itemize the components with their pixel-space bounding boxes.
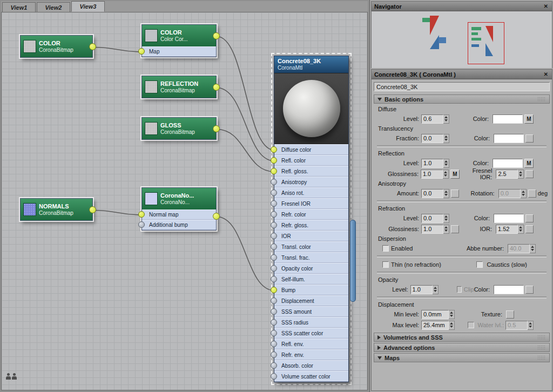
rollout-volumetrics-and-sss[interactable]: Volumetrics and SSS <box>374 333 550 342</box>
reflection-color-swatch[interactable] <box>493 159 523 168</box>
spinner-arrows-icon[interactable] <box>521 189 527 198</box>
refraction-ior-spinner[interactable]: 1.52 <box>496 225 524 234</box>
material-slot-row[interactable]: SSS radius <box>274 317 348 328</box>
navigator-viewport[interactable] <box>372 11 552 68</box>
spinner-value[interactable]: 1.0 <box>421 225 443 234</box>
node-gloss-bitmap[interactable]: GLOSS CoronaBitmap <box>141 117 217 140</box>
slot-input-dot[interactable] <box>271 373 277 380</box>
displacement-max-spinner[interactable]: 25.4mm <box>421 321 455 330</box>
displacement-texture-button[interactable] <box>506 310 514 319</box>
slot-input-dot[interactable] <box>271 254 277 261</box>
aniso-rotation-spinner[interactable]: 0.0 <box>498 189 527 198</box>
material-slot-row[interactable]: IOR <box>274 231 348 241</box>
material-slot-row[interactable]: SSS amount <box>274 306 348 317</box>
opacity-texture-button[interactable] <box>525 286 534 294</box>
spinner-value[interactable]: 0.0mm <box>421 310 449 319</box>
node-slot-row[interactable]: Additional bump <box>142 220 216 230</box>
node-header[interactable]: Concrete08_3K CoronaMtl <box>274 56 348 73</box>
rollout-maps[interactable]: Maps <box>374 353 550 362</box>
slot-input-dot[interactable] <box>271 244 277 250</box>
slot-input-dot[interactable] <box>271 287 277 293</box>
aniso-texture-button[interactable] <box>451 190 459 198</box>
refraction-texture-button[interactable] <box>525 214 534 222</box>
params-titlebar[interactable]: Concrete08_3K ( CoronaMtl ) ✕ <box>372 70 552 79</box>
material-slot-row[interactable]: Aniso rot. <box>274 187 348 198</box>
refraction-level-spinner[interactable]: 0.0 <box>421 214 449 223</box>
spinner-arrows-icon[interactable] <box>433 285 439 294</box>
abbe-number-spinner[interactable]: 40.0 <box>508 244 536 253</box>
spinner-value[interactable]: 2.5 <box>496 170 518 179</box>
spinner-arrows-icon[interactable] <box>449 321 455 330</box>
slot-input-dot[interactable] <box>271 265 277 272</box>
opacity-level-spinner[interactable]: 1.0 <box>410 285 439 294</box>
slot-input-dot[interactable] <box>271 146 277 153</box>
slot-input-dot[interactable] <box>271 222 277 228</box>
spinner-value[interactable]: 1.0 <box>410 285 433 294</box>
node-slot-row[interactable]: Map <box>142 46 216 57</box>
spinner-value[interactable]: 0.0 <box>421 134 443 143</box>
spinner-value[interactable]: 40.0 <box>508 244 530 253</box>
glossiness-map-button[interactable]: M <box>450 170 460 179</box>
translucency-color-swatch[interactable] <box>494 134 524 143</box>
node-output-dot[interactable] <box>89 206 96 213</box>
tab-view2[interactable]: View2 <box>37 2 70 12</box>
spinner-arrows-icon[interactable] <box>443 114 449 124</box>
spinner-arrows-icon[interactable] <box>530 244 536 253</box>
slot-input-dot[interactable] <box>271 200 277 207</box>
slot-input-dot[interactable] <box>138 211 145 218</box>
node-header[interactable]: CoronaNo... CoronaNo... <box>142 188 216 209</box>
slot-input-dot[interactable] <box>138 221 145 228</box>
material-slot-row[interactable]: Transl. frac. <box>274 252 348 263</box>
refraction-color-swatch[interactable] <box>494 214 524 223</box>
node-output-dot[interactable] <box>213 84 220 91</box>
displacement-min-spinner[interactable]: 0.0mm <box>421 310 455 319</box>
reflection-level-spinner[interactable]: 1.0 <box>421 159 449 168</box>
close-icon[interactable]: ✕ <box>543 3 549 9</box>
spinner-arrows-icon[interactable] <box>443 170 449 179</box>
node-slot-row[interactable]: Normal map <box>142 209 216 220</box>
slot-input-dot[interactable] <box>271 330 277 336</box>
slot-input-dot[interactable] <box>271 352 277 358</box>
material-slot-row[interactable]: Refr. color <box>274 209 348 220</box>
refr-gloss-texture-button[interactable] <box>451 225 459 233</box>
ior-texture-button[interactable] <box>525 225 534 233</box>
material-slot-row[interactable]: Displacement <box>274 295 348 306</box>
spinner-value[interactable]: 0.6 <box>421 114 443 124</box>
material-slot-row[interactable]: Transl. color <box>274 241 348 252</box>
material-slot-row[interactable]: Anisotropy <box>274 177 348 187</box>
slot-input-dot[interactable] <box>271 157 277 164</box>
spinner-arrows-icon[interactable] <box>443 159 449 168</box>
material-slot-row[interactable]: SSS scatter color <box>274 328 348 339</box>
spinner-value[interactable]: 1.0 <box>421 170 443 179</box>
node-color-bitmap[interactable]: COLOR CoronaBitmap <box>20 35 93 58</box>
material-slot-row[interactable]: Absorb. color <box>274 360 348 371</box>
spinner-arrows-icon[interactable] <box>443 189 449 198</box>
node-scrollbar[interactable] <box>350 220 356 302</box>
material-slot-row[interactable]: Refr. gloss. <box>274 220 348 231</box>
opacity-color-swatch[interactable] <box>494 285 524 294</box>
dispersion-enabled-checkbox[interactable] <box>382 245 389 252</box>
reflection-map-button[interactable]: M <box>524 159 534 168</box>
spinner-value[interactable]: 1.52 <box>496 225 518 234</box>
node-reflection-bitmap[interactable]: REFLECTION CoronaBitmap <box>141 76 217 98</box>
node-corona-normal[interactable]: CoronaNo... CoronaNo... Normal map Addit… <box>141 187 217 231</box>
spinner-arrows-icon[interactable] <box>449 310 455 319</box>
slot-input-dot[interactable] <box>271 179 277 185</box>
node-header[interactable]: COLOR CoronaBitmap <box>21 36 92 57</box>
diffuse-level-spinner[interactable]: 0.6 <box>421 114 449 124</box>
water-level-checkbox[interactable] <box>468 322 474 328</box>
spinner-arrows-icon[interactable] <box>528 321 534 330</box>
spinner-value[interactable]: 0.0 <box>498 189 521 198</box>
slot-input-dot[interactable] <box>271 362 277 369</box>
navigator-titlebar[interactable]: Navigator ✕ <box>372 2 552 11</box>
slot-input-dot[interactable] <box>271 276 277 282</box>
node-corona-mtl[interactable]: Concrete08_3K CoronaMtl Diffuse colorRef… <box>274 56 349 382</box>
slot-input-dot[interactable] <box>138 48 145 55</box>
diffuse-color-swatch[interactable] <box>493 114 523 124</box>
aniso-amount-spinner[interactable]: 0.0 <box>421 189 449 198</box>
slot-input-dot[interactable] <box>271 308 277 315</box>
slot-input-dot[interactable] <box>271 298 277 304</box>
spinner-value[interactable]: 25.4mm <box>421 321 449 330</box>
node-canvas[interactable]: COLOR CoronaBitmap COLOR Color Cor... Ma… <box>1 12 368 390</box>
slot-input-dot[interactable] <box>271 168 277 174</box>
